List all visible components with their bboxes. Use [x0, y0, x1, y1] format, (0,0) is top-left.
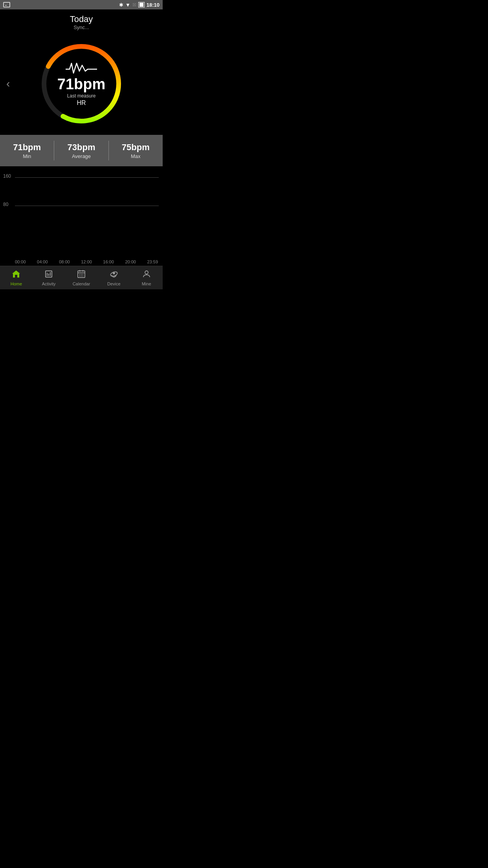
stat-max-value: 75bpm — [122, 142, 150, 153]
stat-min-label: Min — [23, 153, 31, 159]
time-labels: 00:00 04:00 08:00 12:00 16:00 20:00 23:5… — [0, 258, 163, 266]
bpm-value: 71bpm — [57, 77, 105, 92]
mine-icon — [142, 270, 151, 281]
stat-avg-label: Average — [72, 153, 91, 159]
nav-mine-label: Mine — [142, 281, 151, 286]
chart-gridline-160 — [15, 177, 159, 178]
battery-icon — [138, 2, 145, 7]
prev-arrow[interactable]: ‹ — [6, 77, 10, 90]
bottom-nav: Home Activity — [0, 266, 163, 289]
hr-label: HR — [77, 99, 86, 107]
gauge-container: 71bpm Last measure HR — [38, 40, 125, 127]
svg-point-18 — [145, 271, 148, 274]
stat-average: 73bpm Average — [54, 142, 108, 159]
nav-home[interactable]: Home — [0, 266, 33, 289]
activity-icon — [44, 270, 53, 281]
chart-label-80: 80 — [3, 202, 8, 207]
status-time: 18:10 — [147, 2, 160, 8]
device-icon — [109, 270, 119, 281]
calendar-icon — [77, 270, 86, 281]
stat-avg-value: 73bpm — [68, 142, 95, 153]
stat-max: 75bpm Max — [109, 142, 163, 159]
nav-mine[interactable]: Mine — [130, 266, 163, 289]
nav-device-label: Device — [107, 281, 121, 286]
header-subtitle: Sync... — [0, 24, 163, 30]
heartwave-icon — [66, 61, 97, 75]
chart-gridline-80 — [15, 206, 159, 206]
time-label-4: 16:00 — [103, 259, 114, 264]
main-content: Today Sync... ‹ — [0, 9, 163, 266]
nav-activity-label: Activity — [42, 281, 56, 286]
wifi-icon: ▼ — [125, 2, 130, 8]
gauge-area: ‹ — [0, 33, 163, 135]
stat-max-label: Max — [131, 153, 141, 159]
nav-home-label: Home — [11, 281, 22, 286]
time-label-0: 00:00 — [15, 259, 26, 264]
time-label-5: 20:00 — [125, 259, 136, 264]
header-title: Today — [0, 14, 163, 24]
signal-icon: ☒ — [132, 2, 136, 7]
time-label-3: 12:00 — [81, 259, 92, 264]
time-label-6: 23:59 — [147, 259, 158, 264]
nav-device[interactable]: Device — [97, 266, 130, 289]
gauge-inner: 71bpm Last measure HR — [38, 40, 125, 127]
status-bar: ✱ ▼ ☒ 18:10 — [0, 0, 163, 9]
nav-calendar[interactable]: Calendar — [65, 266, 98, 289]
nav-calendar-label: Calendar — [73, 281, 90, 286]
status-icons: ✱ ▼ ☒ 18:10 — [119, 2, 160, 8]
image-icon — [3, 2, 10, 7]
header: Today Sync... — [0, 9, 163, 33]
svg-point-17 — [113, 272, 115, 274]
chart-label-160: 160 — [3, 173, 11, 179]
home-icon — [11, 270, 21, 281]
stats-row: 71bpm Min 73bpm Average 75bpm Max — [0, 135, 163, 166]
stat-min: 71bpm Min — [0, 142, 54, 159]
bluetooth-icon: ✱ — [119, 2, 123, 8]
last-measure-text: Last measure — [67, 93, 96, 99]
time-label-2: 08:00 — [59, 259, 70, 264]
chart-wrapper: 160 80 — [0, 166, 163, 258]
time-label-1: 04:00 — [37, 259, 48, 264]
stat-min-value: 71bpm — [13, 142, 41, 153]
nav-activity[interactable]: Activity — [33, 266, 65, 289]
